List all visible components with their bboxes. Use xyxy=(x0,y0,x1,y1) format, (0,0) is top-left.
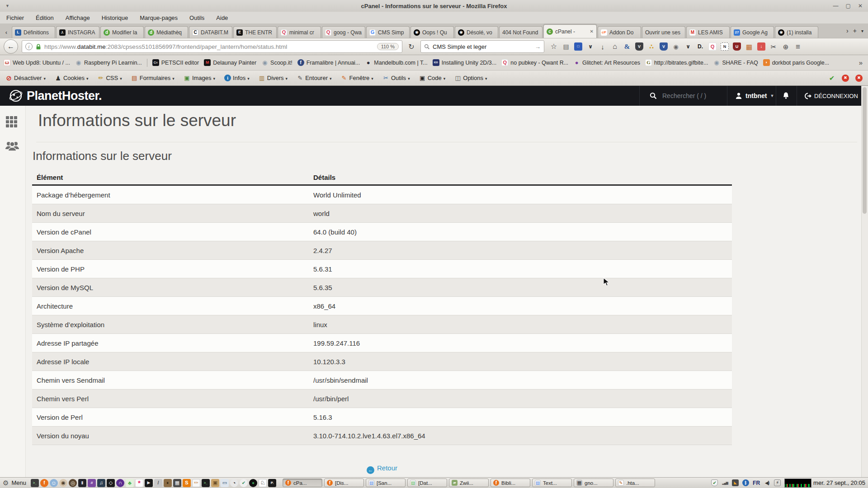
menu-aide[interactable]: Aide xyxy=(216,14,228,21)
brushes-icon[interactable]: // xyxy=(88,479,96,487)
screwdriver-icon[interactable]: / xyxy=(154,479,162,487)
menu-outils[interactable]: Outils xyxy=(189,14,204,21)
devbar-dsactiver[interactable]: ⊘Désactiver▾ xyxy=(5,75,46,81)
menu-affichage[interactable]: Affichage xyxy=(66,14,90,21)
home-icon[interactable]: ⌂ xyxy=(611,42,619,51)
dark-tool-icon[interactable]: ∎ xyxy=(164,479,172,487)
clock-app-icon[interactable]: ◔ xyxy=(230,479,238,487)
bookmark-item[interactable]: ◗dorkbot paris Google... xyxy=(763,59,829,66)
tab-2[interactable]: dModifier la xyxy=(100,26,144,38)
calculator-icon[interactable]: ▦ xyxy=(173,479,181,487)
taskbar-window-4[interactable]: ▰Zwii... xyxy=(449,479,489,487)
close-button[interactable]: ✕ xyxy=(858,3,863,9)
chevron-down-icon[interactable]: ∨ xyxy=(684,42,692,51)
keyboard-layout-indicator[interactable]: FR xyxy=(753,480,760,486)
downloads-arrow-icon[interactable]: ↓ xyxy=(599,42,607,51)
colored-dots-icon[interactable]: ∴ xyxy=(647,42,656,51)
window-app-icon[interactable]: ▭ xyxy=(221,479,229,487)
back-button[interactable]: ← xyxy=(4,39,18,54)
colorful-grid-icon[interactable]: ▦ xyxy=(745,42,753,51)
shield-check-icon[interactable]: ✔ xyxy=(711,479,718,486)
taskbar-window-6[interactable]: ▤Text... xyxy=(532,479,572,487)
bookmark-item[interactable]: C=PETSCII editor xyxy=(152,59,199,66)
tab-8[interactable]: GCMS Simp xyxy=(366,26,410,38)
package-icon[interactable]: ▣ xyxy=(211,479,219,487)
devbar-options[interactable]: ◫Options▾ xyxy=(454,75,487,81)
tab-14[interactable]: Ouvrir une ses xyxy=(642,26,685,38)
bookmarks-overflow-chevron[interactable]: » xyxy=(859,59,864,66)
devbar-formulaires[interactable]: ▤Formulaires▾ xyxy=(131,75,175,81)
tab-9[interactable]: ◉Oops ! Qu xyxy=(410,26,454,38)
display-warn-icon[interactable]: ◣ xyxy=(732,479,739,486)
bookmark-item[interactable]: ●Glitchet: Art Resources xyxy=(573,59,640,66)
bookmark-item[interactable]: Qno pubkey - Qwant R... xyxy=(501,59,568,66)
target-gear-icon[interactable]: ⊕ xyxy=(782,42,790,51)
dark-sphere-icon[interactable]: ● xyxy=(249,479,257,487)
tab-5[interactable]: ETHE ENTR xyxy=(233,26,277,38)
ublock-shield-icon[interactable]: U xyxy=(733,42,741,51)
devbar-entourer[interactable]: ✎Entourer▾ xyxy=(297,75,331,81)
notifications-button[interactable] xyxy=(782,86,790,106)
logout-button[interactable]: DÉCONNEXION xyxy=(805,86,858,106)
duckduckgo-d-icon[interactable]: D. xyxy=(696,42,704,51)
maximize-button[interactable]: ▢ xyxy=(846,3,851,9)
search-input-value[interactable]: CMS Simple et leger xyxy=(433,43,486,50)
new-tab-button[interactable]: + xyxy=(853,27,857,34)
tab-scroll-right-button[interactable]: › xyxy=(846,27,849,34)
minimize-button[interactable]: — xyxy=(833,3,839,9)
site-search[interactable]: Rechercher ( / ) xyxy=(650,86,706,106)
bookmark-item[interactable]: MDelaunay Painter xyxy=(204,59,256,66)
green-shapes-icon[interactable]: ♣ xyxy=(126,479,134,487)
devbar-outils[interactable]: ✂Outils▾ xyxy=(382,75,410,81)
bookmark-star-icon[interactable]: ☆ xyxy=(550,42,558,51)
taskbar-window-5[interactable]: fBibli... xyxy=(491,479,530,487)
taskbar-window-3[interactable]: ▤[Dat... xyxy=(407,479,447,487)
scissors-icon[interactable]: ✂ xyxy=(769,42,778,51)
tab-1[interactable]: J.INSTAGRA xyxy=(56,26,99,38)
check-green-icon[interactable]: ✔ xyxy=(828,75,835,82)
volume-icon[interactable]: ◀) xyxy=(764,479,770,486)
shield-dark-v-icon[interactable]: V xyxy=(635,42,643,51)
clipboard-icon[interactable]: ▤ xyxy=(562,42,570,51)
planethoster-logo[interactable]: PlanetHoster. xyxy=(8,86,102,106)
menu-fichier[interactable]: Fichier xyxy=(6,14,24,21)
search-go-icon[interactable]: → xyxy=(535,43,541,50)
devbar-css[interactable]: ✏CSS▾ xyxy=(97,75,122,81)
tab-3[interactable]: dMédiathèq xyxy=(145,26,188,38)
bookmark-item[interactable]: ●Mandelbulb.com | T... xyxy=(365,59,427,66)
eye-icon[interactable]: ◉ xyxy=(59,479,67,487)
bookmark-item[interactable]: ωWeb Upd8: Ubuntu / ... xyxy=(4,59,70,66)
error-red-icon[interactable]: ✖ xyxy=(842,75,849,82)
horse-icon[interactable]: ♘ xyxy=(259,479,267,487)
text-editor-icon[interactable]: ✏ xyxy=(192,479,200,487)
video-editor-icon[interactable]: ▶ xyxy=(145,479,153,487)
taskbar-clock[interactable]: mer. 27 sept., 20:05 xyxy=(813,479,865,486)
taskbar-window-8[interactable]: ✎.hta... xyxy=(615,479,655,487)
apps-grid-icon[interactable] xyxy=(5,116,17,129)
menu-hamburger-icon[interactable]: ≡ xyxy=(794,42,802,51)
list-tabs-button[interactable]: ▾ xyxy=(861,28,863,33)
tab-11[interactable]: 404 Not Found xyxy=(499,26,542,38)
task-check-icon[interactable]: ✔ xyxy=(240,479,248,487)
taskbar-window-0[interactable]: fcPa... xyxy=(283,479,322,487)
p-dark-icon[interactable]: P. xyxy=(268,479,276,487)
color-wheel-icon[interactable]: * xyxy=(135,479,143,487)
forum-bubble-icon[interactable]: ◉ xyxy=(672,42,680,51)
users-group-icon[interactable] xyxy=(5,140,19,154)
tab-active-cpanel[interactable]: ccPanel -✕ xyxy=(543,24,597,38)
tab-17[interactable]: ◉(1) installa xyxy=(775,26,818,38)
tab-scroll-left-button[interactable]: ‹ xyxy=(1,26,12,38)
devbar-infos[interactable]: iInfos▾ xyxy=(224,75,250,81)
tab-15[interactable]: MLES AMIS xyxy=(686,26,730,38)
signal-bars-icon[interactable]: ▂▄▆ xyxy=(722,479,728,486)
tab-7[interactable]: Qgoog - Qwa xyxy=(322,26,365,38)
zoom-level-badge[interactable]: 110 % xyxy=(377,43,399,50)
zotero-icon[interactable]: & xyxy=(623,42,631,51)
music-icon[interactable]: ♫ xyxy=(97,479,105,487)
page-info-icon[interactable]: i xyxy=(25,43,33,50)
system-monitor-graph[interactable] xyxy=(784,479,811,488)
scrollbar-thumb[interactable] xyxy=(863,87,867,214)
sublime-s-icon[interactable]: S xyxy=(183,479,191,487)
headphones-icon[interactable]: ∩ xyxy=(116,479,124,487)
tab-4[interactable]: CDATABIT.M xyxy=(189,26,232,38)
